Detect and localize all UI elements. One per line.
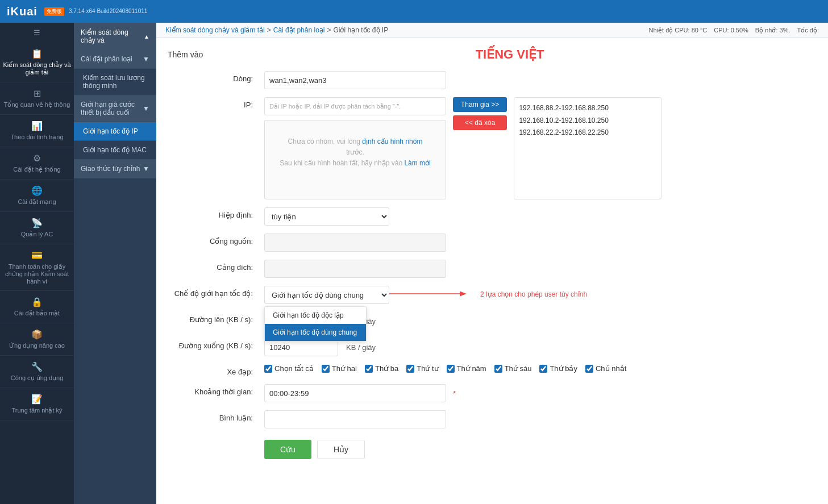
checkbox-thu-sau-input[interactable] [494,365,502,373]
nav-item-gioi-han-toc-do-ip[interactable]: Giới hạn tốc độ IP [74,122,156,141]
sidebar-item-kiem-soat[interactable]: 📋 Kiểm soát dòng chảy và giảm tải [0,43,74,82]
tooltip-option-dung-chung[interactable]: Giới hạn tốc độ dùng chung [265,324,366,341]
checkbox-thu-bay-input[interactable] [539,365,547,373]
nav-gioi-han-gia-cuoc-header[interactable]: Giới hạn giá cước thiết bị đầu cuối ▼ [74,95,156,122]
page-title-add: Thêm vào [168,50,203,59]
cong-dich-label: Cảng đích: [168,260,259,272]
breadcrumb-separator: > [327,26,331,34]
form-row-khoang-thoi-gian: Khoảng thời gian: * [168,384,793,402]
breadcrumb-link-2[interactable]: Cài đặt phân loại [273,26,325,34]
checkbox-thu-tu-input[interactable] [406,365,414,373]
sidebar-item-nhat-ky[interactable]: 📝 Trung tâm nhật ký [0,388,74,420]
breadcrumb: Kiểm soát dòng chảy và giảm tải > Cài đặ… [165,26,388,34]
dong-input[interactable] [264,71,446,89]
checkbox-thu-nam[interactable]: Thứ năm [447,364,486,373]
ip-list-item: 192.168.10.2-192.168.10.250 [519,115,656,127]
checkbox-thu-tu[interactable]: Thứ tư [406,364,438,373]
sidebar-item-theo-doi[interactable]: 📊 Theo dõi tình trạng [0,115,74,147]
che-do-select[interactable]: Giới hạn tốc độ dùng chung Giới hạn tốc … [264,286,389,304]
hiep-dinh-label: Hiệp định: [168,207,259,219]
checkbox-chon-tat-ca[interactable]: Chọn tất cả [264,364,314,373]
action-buttons: Cứu Hủy [264,440,793,459]
checkbox-thu-sau[interactable]: Thứ sáu [494,364,532,373]
cong-nguon-input[interactable] [264,234,446,252]
breadcrumb-current: Giới hạn tốc độ IP [333,26,388,34]
configure-group-link[interactable]: định cấu hình nhóm [362,138,422,145]
cancel-button[interactable]: Hủy [317,440,365,459]
checkbox-thu-ba-input[interactable] [365,365,373,373]
mang-icon: 🌐 [31,185,43,196]
binh-luan-field [264,410,793,428]
checkbox-chu-nhat[interactable]: Chủ nhật [585,364,626,373]
app-name: iKuai [7,5,38,18]
dong-field [264,71,793,89]
sidebar-item-tong-quan[interactable]: ⊞ Tổng quan về hệ thống [0,82,74,115]
memory-usage: Bộ nhớ: 3%. [755,27,790,34]
cong-nguon-label: Cổng nguồn: [168,234,259,245]
sidebar-item-cai-dat-mang[interactable]: 🌐 Cài đặt mạng [0,180,74,212]
sidebar-item-thanh-toan[interactable]: 💳 Thanh toán cho giấy chứng nhận Kiểm so… [0,244,74,291]
tong-quan-icon: ⊞ [34,88,41,99]
binh-luan-input[interactable] [264,410,446,428]
nav-item-kiem-soat-luu-luong[interactable]: Kiểm soát lưu lượng thông minh [74,69,156,95]
sidebar-item-cong-cu[interactable]: 🔧 Công cụ ứng dụng [0,356,74,388]
breadcrumb-link-1[interactable]: Kiểm soát dòng chảy và giảm tải [165,26,265,34]
checkbox-thu-hai-input[interactable] [322,365,330,373]
chevron-down-icon: ▼ [143,55,149,63]
nav-item-gioi-han-toc-do-mac[interactable]: Giới hạn tốc độ MAC [74,141,156,160]
form-row-binh-luan: Bình luận: [168,410,793,428]
che-do-label: Chế độ giới hạn tốc độ: [168,286,259,298]
save-button[interactable]: Cứu [264,440,311,459]
checkbox-row: Chọn tất cả Thứ hai Thứ ba Thứ tư [264,364,793,373]
sidebar-toggle[interactable]: ☰ [0,23,74,43]
dong-label: Dòng: [168,71,259,83]
theo-doi-icon: 📊 [31,120,43,131]
hiep-dinh-field: tùy tiện TCP UDP ICMP [264,207,793,226]
duong-len-label: Đường lên (KB / s): [168,312,259,324]
sidebar-item-bao-mat[interactable]: 🔒 Cài đặt bảo mật [0,291,74,323]
tooltip-option-doc-lap[interactable]: Giới hạn tốc độ độc lập [265,307,366,324]
duong-xuong-unit: KB / giây [346,343,376,352]
nav-sub-label: Giao thức tùy chỉnh [81,165,140,173]
remove-button[interactable]: << đã xóa [453,115,507,130]
sidebar: ☰ 📋 Kiểm soát dòng chảy và giảm tải ⊞ Tổ… [0,23,74,504]
form-row-dong: Dòng: [168,71,793,89]
thanh-toan-icon: 💳 [31,250,43,261]
ip-input[interactable] [264,97,446,115]
nav-cai-dat-phan-loai-header[interactable]: Cài đặt phân loại ▼ [74,50,156,69]
nav-main-header[interactable]: Kiểm soát dòng chảy và ▲ [74,23,156,50]
sidebar-item-quan-ly-ac[interactable]: 📡 Quản lý AC [0,212,74,244]
join-button[interactable]: Tham gia >> [453,97,507,112]
ip-field: Chưa có nhóm, vui lòng định cấu hình nhó… [264,97,793,199]
checkbox-thu-nam-input[interactable] [447,365,455,373]
page-content: Thêm vào TIẾNG VIỆT Dòng: IP: [156,38,828,504]
nav-panel: Kiểm soát dòng chảy và ▲ Cài đặt phân lo… [74,23,156,504]
nav-sub-label: Cài đặt phân loại [81,55,132,63]
status-bar: Kiểm soát dòng chảy và giảm tải > Cài đặ… [156,23,828,38]
sidebar-item-label: Cài đặt bảo mật [14,310,60,317]
cpu-temp: Nhiệt độ CPU: 80 °C [649,27,708,34]
checkbox-thu-ba[interactable]: Thứ ba [365,364,398,373]
form-row-duong-len: Đường lên (KB / s): KB / giây [168,312,793,330]
checkbox-thu-hai[interactable]: Thứ hai [322,364,357,373]
sidebar-item-label: Kiểm soát dòng chảy và giảm tải [3,61,71,76]
checkbox-chu-nhat-input[interactable] [585,365,593,373]
form-row-che-do: Chế độ giới hạn tốc độ: Giới hạn tốc độ … [168,286,793,304]
ac-icon: 📡 [31,218,43,228]
sidebar-item-ung-dung[interactable]: 📦 Ứng dụng nâng cao [0,323,74,356]
ip-label: IP: [168,97,259,109]
sidebar-item-cai-dat-he-thong[interactable]: ⚙ Cài đặt hệ thống [0,147,74,180]
nav-giao-thuc-header[interactable]: Giao thức tùy chỉnh ▼ [74,160,156,178]
edition-badge: 免费版 [44,7,64,16]
refresh-link[interactable]: Làm mới [404,159,430,167]
hiep-dinh-select[interactable]: tùy tiện TCP UDP ICMP [264,207,389,226]
sidebar-item-label: Cài đặt mạng [18,198,56,206]
cong-dich-input[interactable] [264,260,446,278]
checkbox-chon-tat-ca-input[interactable] [264,365,272,373]
khoang-thoi-gian-input[interactable] [264,384,446,402]
status-right: Nhiệt độ CPU: 80 °C CPU: 0.50% Bộ nhớ: 3… [649,27,819,34]
khoang-thoi-gian-label: Khoảng thời gian: [168,384,259,396]
speed-status: Tốc độ: [797,27,819,34]
checkbox-thu-bay[interactable]: Thứ bảy [539,364,577,373]
xe-dap-label: Xe đạp: [168,364,259,376]
